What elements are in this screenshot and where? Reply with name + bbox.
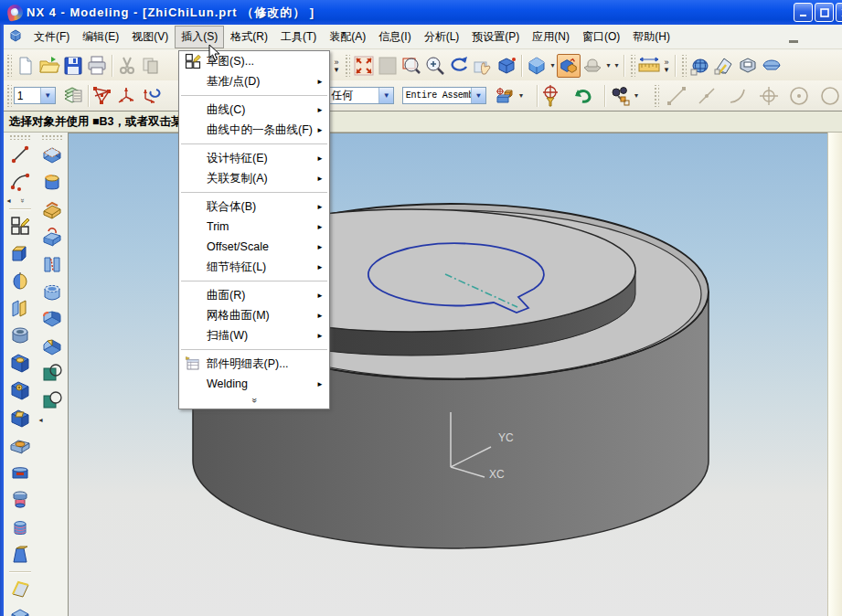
menu-item-curve[interactable]: 曲线(C)► [179, 100, 329, 120]
toolbar-grip[interactable] [9, 134, 31, 140]
wireframe-view-icon[interactable] [557, 54, 581, 78]
undo-icon[interactable] [571, 84, 595, 108]
design-logic-icon[interactable] [712, 54, 736, 78]
menu-item-sweep[interactable]: 扫描(W)► [179, 325, 329, 345]
minimize-button[interactable] [794, 3, 813, 22]
print-icon[interactable] [85, 54, 109, 78]
cylinder-feature-icon[interactable] [39, 168, 65, 196]
block-icon[interactable] [39, 141, 65, 168]
render-group-dropdown[interactable]: ▾ [613, 61, 621, 69]
menu-item-sketch[interactable]: 草图(S)... [179, 51, 329, 71]
revolve-icon[interactable] [7, 267, 33, 294]
selection-scope-arrow[interactable]: ▼ [471, 88, 485, 103]
draft-icon[interactable] [7, 541, 33, 568]
sketch-arc-icon[interactable] [726, 84, 750, 108]
menu-item-detail-feature[interactable]: 细节特征(L)► [179, 257, 329, 277]
sketch-line-icon[interactable] [695, 84, 719, 108]
new-part-icon[interactable] [14, 54, 37, 78]
toolbar-grip[interactable] [5, 55, 12, 77]
shell-icon[interactable] [39, 278, 65, 305]
print-part-icon[interactable] [736, 54, 760, 78]
refresh-display-icon[interactable] [376, 54, 400, 78]
sketch-icon[interactable] [7, 212, 33, 239]
mdi-restore-icon[interactable] [789, 32, 798, 43]
cut-icon[interactable] [115, 54, 139, 78]
datum-csys-icon[interactable] [7, 602, 33, 616]
pan-view-icon[interactable] [471, 54, 495, 78]
menu-help[interactable]: 帮助(H) [626, 26, 677, 48]
menu-view[interactable]: 视图(V) [125, 26, 175, 48]
class-selection-icon[interactable] [540, 84, 564, 108]
menu-information[interactable]: 信息(I) [372, 26, 417, 48]
boss-icon[interactable] [7, 349, 33, 377]
menu-item-offset-scale[interactable]: Offset/Scale► [179, 237, 329, 257]
chamfer-icon[interactable] [39, 333, 65, 360]
selection-scope-icon[interactable] [494, 84, 517, 108]
menu-item-parts-list[interactable]: 部件明细表(P)... [179, 354, 329, 374]
display-mode-dropdown[interactable]: ▾ [604, 61, 613, 69]
fit-view-icon[interactable] [352, 54, 376, 78]
menu-preferences[interactable]: 预设置(P) [465, 26, 526, 48]
toolbar-grip[interactable] [653, 85, 659, 107]
menu-window[interactable]: 窗口(O) [576, 26, 626, 48]
selection-filter-combo[interactable]: 任何▼ [327, 87, 394, 104]
rotate-view-icon[interactable] [447, 54, 471, 78]
snap-constraint-icon[interactable] [114, 84, 138, 108]
close-button[interactable] [836, 3, 842, 22]
toolbar-grip[interactable] [680, 55, 687, 77]
copy-icon[interactable] [139, 54, 163, 78]
more-tools-icon[interactable] [760, 54, 783, 78]
zoom-in-out-icon[interactable] [423, 54, 447, 78]
menu-item-welding[interactable]: Welding► [179, 374, 329, 394]
menu-item-datum-point[interactable]: 基准/点(D)► [179, 71, 329, 91]
toolbar-overflow-chevron[interactable]: »▾ [331, 58, 342, 73]
menu-item-design-feature[interactable]: 设计特征(E)► [179, 148, 329, 168]
circle-center-icon[interactable] [787, 84, 811, 108]
hole-icon[interactable] [7, 322, 33, 349]
layer-combo-arrow[interactable]: ▼ [40, 88, 55, 103]
menu-expand-chevron[interactable]: » [179, 394, 329, 409]
profile-line-icon[interactable] [665, 84, 688, 108]
toolbar-grip[interactable] [5, 85, 12, 107]
circle-icon[interactable] [818, 84, 842, 108]
pad-icon[interactable] [7, 404, 33, 431]
maximize-button[interactable] [815, 3, 834, 22]
rib-icon[interactable] [39, 250, 65, 278]
knowledge-fusion-icon[interactable] [688, 54, 712, 78]
line-icon[interactable] [7, 141, 33, 168]
menu-edit[interactable]: 编辑(E) [76, 26, 125, 48]
dock-more-chevron[interactable]: » [17, 198, 26, 202]
selection-scope-combo[interactable]: Entire Assemb▼ [402, 87, 486, 104]
layer-combo[interactable]: 1▼ [14, 87, 56, 104]
slot-icon[interactable] [7, 431, 33, 459]
sphere-icon[interactable] [39, 223, 65, 250]
display-mode-icon[interactable] [581, 54, 604, 78]
toolbar-grip[interactable] [629, 55, 635, 77]
menu-item-combine[interactable]: 联合体(B)► [179, 196, 329, 217]
layer-settings-icon[interactable] [61, 84, 85, 108]
find-dropdown[interactable]: ▾ [632, 91, 640, 100]
menu-format[interactable]: 格式(R) [224, 26, 274, 48]
selection-filter-arrow[interactable]: ▼ [378, 88, 393, 103]
selection-scope-dropdown[interactable]: ▾ [517, 91, 526, 100]
menu-item-surface[interactable]: 曲面(R)► [179, 285, 329, 305]
cone-icon[interactable] [39, 196, 65, 223]
zoom-box-icon[interactable] [400, 54, 423, 78]
toolbar-grip[interactable] [344, 55, 350, 77]
sheet-body-icon[interactable] [7, 294, 33, 322]
shaded-view-icon[interactable] [525, 54, 549, 78]
extrude-icon[interactable] [7, 239, 33, 267]
dock-collapse-left-2[interactable]: ◂ [39, 416, 52, 424]
perspective-icon[interactable] [495, 54, 518, 78]
menu-item-mesh-surface[interactable]: 网格曲面(M)► [179, 305, 329, 325]
menu-item-associative-copy[interactable]: 关联复制(A)► [179, 168, 329, 188]
flange-icon[interactable] [7, 486, 33, 514]
measure-distance-icon[interactable] [637, 54, 661, 78]
blend-icon[interactable] [39, 305, 65, 333]
find-component-icon[interactable] [608, 84, 632, 108]
pocket-icon[interactable] [7, 377, 33, 404]
thread-icon[interactable] [7, 514, 33, 541]
groove-icon[interactable] [7, 459, 33, 486]
menu-assemblies[interactable]: 装配(A) [323, 26, 372, 48]
snap-wcs-icon[interactable] [138, 84, 162, 108]
